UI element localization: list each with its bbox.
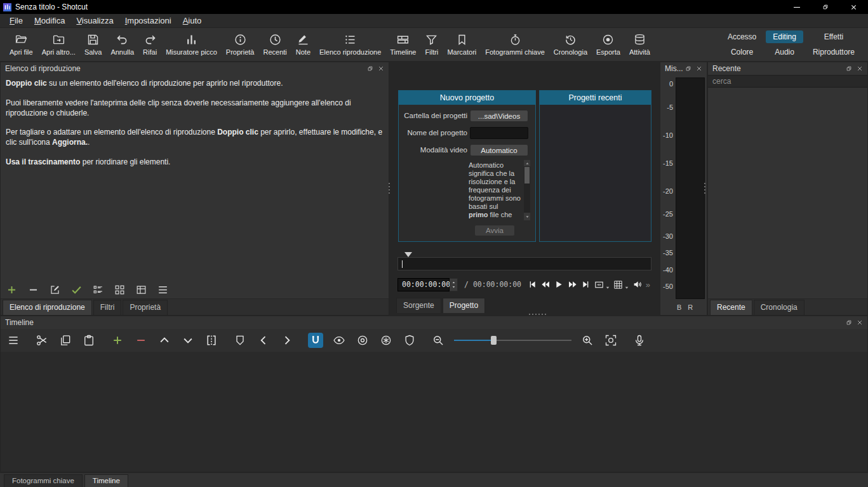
playhead-icon[interactable] — [404, 252, 412, 257]
close-icon[interactable] — [857, 65, 863, 72]
projects-folder-button[interactable]: ...sad\Videos — [470, 110, 528, 122]
ripple-delete-button[interactable] — [133, 333, 149, 348]
toolbar-button-filters[interactable]: Filtri — [420, 31, 443, 58]
fast-forward-button[interactable] — [567, 277, 578, 291]
splitter-handle[interactable] — [388, 183, 391, 194]
layout-tab-accesso[interactable]: Accesso — [721, 30, 763, 43]
start-button[interactable]: Avvia — [474, 225, 515, 236]
timeline-menu-button[interactable] — [6, 333, 21, 348]
playlist-menu-icon[interactable] — [157, 284, 169, 296]
marker-button[interactable] — [232, 333, 248, 348]
grid-menu-button[interactable] — [613, 279, 629, 290]
menu-item-aiuto[interactable]: Aiuto — [177, 15, 208, 27]
rewind-button[interactable] — [540, 277, 551, 291]
scrollbar-thumb[interactable] — [524, 167, 530, 183]
toolbar-button-markers[interactable]: Marcatori — [443, 31, 481, 58]
layout-tab-colore[interactable]: Colore — [724, 46, 760, 58]
tab-filtri[interactable]: Filtri — [93, 300, 122, 315]
split-button[interactable] — [204, 333, 219, 348]
splitter-handle[interactable] — [704, 183, 706, 194]
minimize-button[interactable] — [782, 0, 811, 14]
float-icon[interactable] — [846, 65, 852, 72]
tab-cronologia[interactable]: Cronologia — [754, 300, 805, 315]
scroll-down-icon[interactable] — [524, 213, 530, 220]
prev-marker-button[interactable] — [256, 333, 271, 348]
view-list-icon[interactable] — [92, 284, 104, 296]
zoom-fit-button[interactable] — [603, 333, 618, 348]
layout-tab-effetti[interactable]: Effetti — [817, 30, 850, 43]
slider-handle[interactable] — [491, 336, 497, 345]
close-icon[interactable] — [696, 65, 702, 72]
restore-button[interactable] — [811, 0, 839, 14]
spin-up-icon[interactable] — [451, 281, 456, 284]
menu-item-modifica[interactable]: Modifica — [29, 15, 70, 27]
scroll-up-icon[interactable] — [524, 160, 530, 166]
recent-files-list[interactable] — [708, 88, 867, 298]
menu-item-file[interactable]: File — [4, 15, 29, 27]
timecode-spin-buttons[interactable] — [450, 278, 458, 291]
tab-recente[interactable]: Recente — [710, 300, 752, 315]
overwrite-button[interactable] — [180, 333, 196, 348]
skip-end-button[interactable] — [580, 277, 591, 291]
layout-tab-editing[interactable]: Editing — [766, 30, 803, 43]
skip-start-button[interactable] — [526, 277, 537, 291]
snap-button[interactable] — [308, 333, 323, 348]
zoom-slider[interactable] — [454, 333, 571, 347]
scrub-while-dragging-button[interactable] — [331, 333, 347, 348]
view-details-icon[interactable] — [135, 284, 147, 296]
menu-item-visualizza[interactable]: Visualizza — [70, 15, 119, 27]
float-icon[interactable] — [685, 65, 691, 72]
close-button[interactable] — [839, 0, 868, 14]
toolbar-button-playlist[interactable]: Elenco riproduzione — [315, 31, 385, 58]
zoom-menu-button[interactable] — [594, 279, 610, 290]
tab-sorgente[interactable]: Sorgente — [396, 298, 441, 313]
update-icon[interactable] — [49, 284, 61, 296]
toolbar-overflow-chevron[interactable]: » — [646, 280, 651, 290]
toolbar-button-redo[interactable]: Rifai — [138, 31, 161, 58]
toolbar-button-properties[interactable]: Proprietà — [222, 31, 259, 58]
spin-down-icon[interactable] — [451, 285, 456, 289]
lift-button[interactable] — [157, 333, 172, 348]
ripple-button[interactable] — [355, 333, 370, 348]
paste-button[interactable] — [81, 333, 97, 348]
position-timecode[interactable]: 00:00:00:00 — [397, 278, 450, 291]
toolbar-button-undo[interactable]: Annulla — [106, 31, 138, 58]
cut-button[interactable] — [34, 333, 50, 348]
record-audio-button[interactable] — [632, 333, 647, 348]
add-icon[interactable] — [6, 284, 18, 296]
tab-progetto[interactable]: Progetto — [443, 298, 485, 313]
timecode-spinner[interactable]: 00:00:00:00 — [397, 278, 458, 291]
copy-button[interactable] — [58, 333, 73, 348]
tab-proprieta[interactable]: Proprietà — [123, 300, 168, 315]
toolbar-button-recents[interactable]: Recenti — [258, 31, 291, 58]
layout-tab-audio[interactable]: Audio — [768, 46, 801, 58]
tab-elenco-di-riproduzione[interactable]: Elenco di riproduzione — [3, 300, 92, 315]
splitter-handle[interactable] — [529, 313, 546, 316]
zoom-out-button[interactable] — [431, 333, 446, 348]
tab-timeline[interactable]: Timeline — [84, 474, 128, 487]
video-mode-button[interactable]: Automatico — [470, 144, 528, 156]
toolbar-button-open-file[interactable]: Apri file — [5, 31, 37, 58]
zoom-in-button[interactable] — [580, 333, 595, 348]
toolbar-button-timeline[interactable]: Timeline — [385, 31, 420, 58]
float-icon[interactable] — [367, 65, 373, 72]
toolbar-button-notes[interactable]: Note — [291, 31, 315, 58]
close-icon[interactable] — [378, 65, 384, 72]
toolbar-button-export[interactable]: Esporta — [592, 31, 625, 58]
toolbar-button-keyframes[interactable]: Fotogrammi chiave — [481, 31, 549, 58]
toolbar-button-open-other[interactable]: Apri altro... — [37, 31, 80, 58]
close-icon[interactable] — [857, 319, 863, 326]
toolbar-button-jobs[interactable]: Attività — [625, 31, 655, 58]
timeline-tracks-area[interactable] — [1, 352, 867, 472]
ripple-all-tracks-button[interactable] — [378, 333, 394, 348]
menu-item-impostazioni[interactable]: Impostazioni — [119, 15, 177, 27]
append-button[interactable] — [110, 333, 125, 348]
project-name-input[interactable] — [470, 127, 528, 139]
search-input[interactable] — [708, 75, 867, 88]
remove-icon[interactable] — [27, 284, 39, 296]
description-scrollbar[interactable] — [524, 160, 530, 220]
ripple-markers-button[interactable] — [402, 333, 417, 348]
toolbar-button-history[interactable]: Cronologia — [549, 31, 592, 58]
apply-check-icon[interactable] — [70, 284, 83, 296]
tab-fotogrammi-chiave[interactable]: Fotogrammi chiave — [4, 474, 83, 487]
